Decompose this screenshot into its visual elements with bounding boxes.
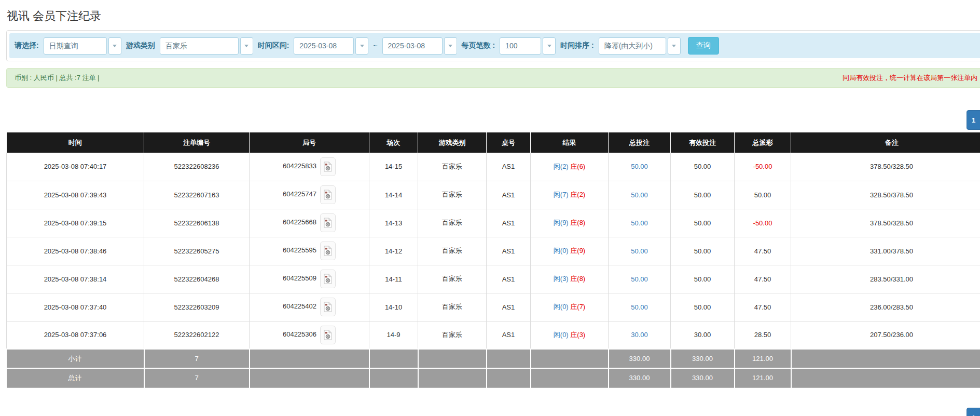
col-header-remark: 备注 [791,132,980,153]
select-type-label: 请选择: [15,41,39,50]
total-bet-cell[interactable]: 50.00 [609,181,671,209]
table-header-row: 时间 注单编号 局号 场次 游戏类别 桌号 结果 总投注 有效投注 总派彩 备注 [7,132,980,153]
video-button[interactable] [320,241,336,260]
page-size-value[interactable]: 100 [500,37,541,55]
grand-total-total-bet: 330.00 [609,368,671,387]
table-no-cell: AS1 [487,209,531,237]
col-header-result: 结果 [531,132,609,153]
table-row: 2025-03-08 07:38:46 522322605275 6042255… [7,237,980,265]
table-no-cell: AS1 [487,265,531,293]
table-no-cell: AS1 [487,181,531,209]
session-cell: 14-15 [369,153,418,181]
select-type-value[interactable]: 日期查询 [44,37,107,55]
chevron-down-icon [547,45,551,47]
date-from-picker[interactable]: 2025-03-08 [294,37,368,55]
date-to-value[interactable]: 2025-03-08 [382,37,443,55]
chevron-down-icon[interactable] [240,37,253,55]
game-cell: 百家乐 [418,293,487,321]
select-type-dropdown[interactable]: 日期查询 [44,37,121,55]
total-bet-cell[interactable]: 50.00 [609,293,671,321]
game-cell: 百家乐 [418,321,487,349]
date-to-picker[interactable]: 2025-03-08 [382,37,457,55]
chevron-down-icon[interactable] [108,37,121,55]
remark-cell: 283.50/331.00 [791,265,980,293]
round-cell: 604225668 [250,209,369,237]
player-result: 闲(7) [554,191,569,198]
video-button[interactable] [320,326,336,344]
grand-total-count: 7 [144,368,250,387]
page-button-bottom[interactable]: 1 [967,408,980,416]
video-button[interactable] [320,213,336,232]
valid-bet-note: 同局有效投注，统一计算在该局第一张注单内 [843,73,977,83]
round-cell: 604225402 [250,293,369,321]
player-result: 闲(0) [554,247,569,254]
time-cell: 2025-03-08 07:38:46 [7,237,144,265]
page-button-top[interactable]: 1 [967,110,980,130]
col-header-time: 时间 [7,132,144,153]
game-cell: 百家乐 [418,153,487,181]
table-no-cell: AS1 [487,321,531,349]
banker-result: 庄(7) [570,303,585,311]
round-cell: 604225509 [250,265,369,293]
total-bet-cell[interactable]: 50.00 [609,209,671,237]
remark-cell: 378.50/328.50 [791,153,980,181]
summary-info-bar: 币别 : 人民币 | 总共 :7 注单 | 同局有效投注，统一计算在该局第一张注… [6,68,980,88]
banker-result: 庄(3) [570,331,585,339]
video-button[interactable] [320,298,336,316]
session-cell: 14-12 [369,237,418,265]
chevron-down-icon[interactable] [543,37,556,55]
col-header-total-bet: 总投注 [609,132,671,153]
result-cell: 闲(7) 庄(2) [531,181,609,209]
chevron-down-icon[interactable] [668,37,681,55]
time-order-dropdown[interactable]: 降幂(由大到小) [599,37,681,55]
game-cell: 百家乐 [418,237,487,265]
bet-id-cell: 522322608236 [144,153,250,181]
total-bet-cell[interactable]: 50.00 [609,237,671,265]
video-button[interactable] [320,157,336,176]
bet-id-cell: 522322606138 [144,209,250,237]
remark-cell: 328.50/378.50 [791,181,980,209]
table-no-cell: AS1 [487,237,531,265]
chevron-down-icon [672,45,676,47]
search-button[interactable]: 查询 [688,37,719,55]
col-header-session: 场次 [369,132,418,153]
chevron-down-icon[interactable] [444,37,457,55]
col-header-payout: 总派彩 [735,132,791,153]
valid-bet-cell: 30.00 [671,321,735,349]
payout-cell: 47.50 [735,293,791,321]
payout-cell: 50.00 [735,181,791,209]
total-bet-cell[interactable]: 50.00 [609,265,671,293]
time-order-value[interactable]: 降幂(由大到小) [599,37,666,55]
chevron-down-icon [360,45,364,47]
date-from-value[interactable]: 2025-03-08 [294,37,354,55]
result-cell: 闲(0) 庄(3) [531,321,609,349]
session-cell: 14-10 [369,293,418,321]
video-icon [324,302,332,312]
valid-bet-cell: 50.00 [671,265,735,293]
bet-id-cell: 522322605275 [144,237,250,265]
round-cell: 604225747 [250,181,369,209]
result-cell: 闲(9) 庄(8) [531,209,609,237]
game-category-value[interactable]: 百家乐 [160,37,239,55]
result-cell: 闲(2) 庄(6) [531,153,609,181]
date-range-tilde: ~ [373,42,377,50]
game-category-dropdown[interactable]: 百家乐 [160,37,253,55]
total-bet-cell[interactable]: 30.00 [609,321,671,349]
col-header-valid-bet: 有效投注 [671,132,735,153]
round-number: 604225402 [283,302,316,310]
table-row: 2025-03-08 07:37:40 522322603209 6042254… [7,293,980,321]
banker-result: 庄(2) [570,191,585,198]
video-button[interactable] [320,270,336,288]
page-size-dropdown[interactable]: 100 [500,37,556,55]
bet-id-cell: 522322607163 [144,181,250,209]
valid-bet-cell: 50.00 [671,153,735,181]
grand-total-label: 总计 [7,368,144,387]
table-row: 2025-03-08 07:39:43 522322607163 6042257… [7,181,980,209]
total-bet-cell[interactable]: 50.00 [609,153,671,181]
bet-id-cell: 522322602122 [144,321,250,349]
video-button[interactable] [320,185,336,204]
bet-id-cell: 522322603209 [144,293,250,321]
chevron-down-icon[interactable] [355,37,368,55]
round-cell: 604225306 [250,321,369,349]
date-range-label: 时间区间: [258,41,289,50]
